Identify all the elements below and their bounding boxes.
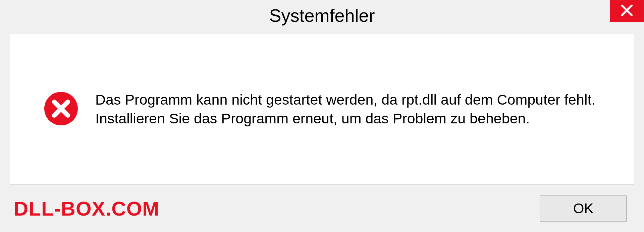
dialog-title: Systemfehler bbox=[269, 5, 375, 26]
footer: DLL-BOX.COM OK bbox=[0, 191, 644, 232]
close-button[interactable] bbox=[610, 0, 644, 22]
error-message: Das Programm kann nicht gestartet werden… bbox=[95, 91, 614, 128]
error-icon bbox=[44, 91, 78, 127]
content-area: Das Programm kann nicht gestartet werden… bbox=[10, 34, 634, 185]
error-dialog: Systemfehler Das Programm kann nicht ges… bbox=[0, 0, 644, 232]
ok-button[interactable]: OK bbox=[540, 195, 627, 222]
close-icon bbox=[620, 4, 634, 18]
titlebar: Systemfehler bbox=[0, 0, 644, 31]
watermark-text: DLL-BOX.COM bbox=[14, 197, 159, 220]
